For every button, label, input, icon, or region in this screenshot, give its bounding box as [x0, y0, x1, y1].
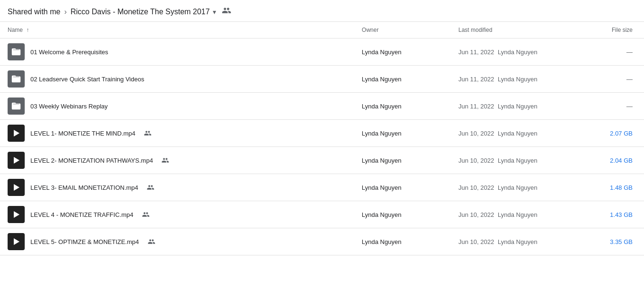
- modified-date-label: Jun 11, 2022: [458, 49, 494, 56]
- file-name-label: LEVEL 5- OPTIMZE & MONETIZE.mp4: [30, 238, 139, 245]
- table-row[interactable]: LEVEL 1- MONETIZE THE MIND.mp4 Lynda Ngu…: [0, 120, 644, 147]
- shared-icon: [142, 211, 150, 218]
- modified-by-label: Lynda Nguyen: [498, 184, 537, 191]
- modified-date-label: Jun 10, 2022: [458, 211, 494, 218]
- modified-date-label: Jun 10, 2022: [458, 184, 494, 191]
- file-name-label: LEVEL 2- MONETIZATION PATHWAYS.mp4: [30, 157, 153, 164]
- folder-icon: [8, 43, 25, 60]
- modified-by-label: Lynda Nguyen: [498, 49, 537, 56]
- svg-rect-2: [12, 104, 20, 108]
- file-size-cell: —: [579, 39, 644, 66]
- file-owner-cell: Lynda Nguyen: [354, 174, 451, 201]
- file-name-cell: 02 Leadserve Quick Start Training Videos: [0, 66, 354, 93]
- col-header-modified[interactable]: Last modified: [451, 22, 579, 39]
- table-row[interactable]: LEVEL 4 - MONETIZE TRAFFIC.mp4 Lynda Ngu…: [0, 201, 644, 228]
- file-size-cell: 2.07 GB: [579, 120, 644, 147]
- file-owner-cell: Lynda Nguyen: [354, 201, 451, 228]
- modified-by-label: Lynda Nguyen: [498, 211, 537, 218]
- folder-title-label: Ricco Davis - Monetize The System 2017: [71, 8, 210, 16]
- file-modified-cell: Jun 11, 2022 Lynda Nguyen: [451, 66, 579, 93]
- file-size-cell: —: [579, 93, 644, 120]
- file-name-cell: 01 Welcome & Prerequisites: [0, 39, 354, 66]
- col-header-size[interactable]: File size: [579, 22, 644, 39]
- file-name-cell: 03 Weekly Webinars Replay: [0, 93, 354, 120]
- file-name-cell: LEVEL 3- EMAIL MONETIZATION.mp4: [0, 174, 354, 201]
- table-row[interactable]: 03 Weekly Webinars Replay Lynda Nguyen J…: [0, 93, 644, 120]
- breadcrumb-shared-with-me[interactable]: Shared with me: [8, 8, 60, 16]
- file-owner-cell: Lynda Nguyen: [354, 228, 451, 255]
- file-size-cell: 1.43 GB: [579, 201, 644, 228]
- modified-by-label: Lynda Nguyen: [498, 130, 537, 137]
- file-owner-cell: Lynda Nguyen: [354, 39, 451, 66]
- file-name-cell: LEVEL 4 - MONETIZE TRAFFIC.mp4: [0, 201, 354, 228]
- table-row[interactable]: LEVEL 3- EMAIL MONETIZATION.mp4 Lynda Ng…: [0, 174, 644, 201]
- file-name-cell: LEVEL 2- MONETIZATION PATHWAYS.mp4: [0, 147, 354, 174]
- modified-date-label: Jun 10, 2022: [458, 157, 494, 164]
- modified-by-label: Lynda Nguyen: [498, 76, 537, 83]
- breadcrumb-header: Shared with me › Ricco Davis - Monetize …: [0, 0, 644, 22]
- file-name-label: LEVEL 3- EMAIL MONETIZATION.mp4: [30, 184, 138, 191]
- table-row[interactable]: 01 Welcome & Prerequisites Lynda Nguyen …: [0, 39, 644, 66]
- modified-date-label: Jun 11, 2022: [458, 76, 494, 83]
- modified-by-label: Lynda Nguyen: [498, 157, 537, 164]
- folder-icon: [8, 70, 25, 88]
- file-modified-cell: Jun 10, 2022 Lynda Nguyen: [451, 174, 579, 201]
- shared-icon: [148, 238, 155, 245]
- modified-date-label: Jun 10, 2022: [458, 130, 494, 137]
- video-icon: [8, 206, 25, 223]
- dropdown-arrow-icon: ▾: [213, 8, 216, 16]
- shared-icon: [161, 156, 169, 164]
- video-icon: [8, 125, 25, 142]
- file-owner-cell: Lynda Nguyen: [354, 120, 451, 147]
- file-owner-cell: Lynda Nguyen: [354, 147, 451, 174]
- folder-title-button[interactable]: Ricco Davis - Monetize The System 2017 ▾: [71, 8, 216, 16]
- svg-rect-0: [12, 50, 20, 54]
- shared-icon: [144, 129, 152, 137]
- table-header-row: Name ↑ Owner Last modified File size: [0, 22, 644, 39]
- table-row[interactable]: LEVEL 2- MONETIZATION PATHWAYS.mp4 Lynda…: [0, 147, 644, 174]
- file-owner-cell: Lynda Nguyen: [354, 66, 451, 93]
- table-row[interactable]: LEVEL 5- OPTIMZE & MONETIZE.mp4 Lynda Ng…: [0, 228, 644, 255]
- file-owner-cell: Lynda Nguyen: [354, 93, 451, 120]
- file-size-cell: 2.04 GB: [579, 147, 644, 174]
- file-name-label: 02 Leadserve Quick Start Training Videos: [30, 76, 144, 83]
- file-modified-cell: Jun 10, 2022 Lynda Nguyen: [451, 228, 579, 255]
- svg-rect-1: [12, 77, 20, 81]
- file-modified-cell: Jun 10, 2022 Lynda Nguyen: [451, 201, 579, 228]
- file-name-cell: LEVEL 1- MONETIZE THE MIND.mp4: [0, 120, 354, 147]
- modified-by-label: Lynda Nguyen: [498, 238, 537, 245]
- col-header-owner[interactable]: Owner: [354, 22, 451, 39]
- modified-date-label: Jun 10, 2022: [458, 238, 494, 245]
- file-name-cell: LEVEL 5- OPTIMZE & MONETIZE.mp4: [0, 228, 354, 255]
- col-header-name[interactable]: Name ↑: [0, 22, 354, 39]
- file-size-cell: 1.48 GB: [579, 174, 644, 201]
- folder-icon: [8, 98, 25, 115]
- modified-date-label: Jun 11, 2022: [458, 103, 494, 110]
- video-icon: [8, 179, 25, 196]
- file-modified-cell: Jun 11, 2022 Lynda Nguyen: [451, 93, 579, 120]
- sort-icon: ↑: [26, 27, 29, 33]
- file-name-label: 01 Welcome & Prerequisites: [30, 49, 108, 56]
- table-row[interactable]: 02 Leadserve Quick Start Training Videos…: [0, 66, 644, 93]
- breadcrumb-chevron: ›: [64, 8, 66, 16]
- file-name-label: LEVEL 1- MONETIZE THE MIND.mp4: [30, 130, 135, 137]
- file-size-cell: 3.35 GB: [579, 228, 644, 255]
- file-size-cell: —: [579, 66, 644, 93]
- people-icon[interactable]: [222, 6, 231, 18]
- file-modified-cell: Jun 11, 2022 Lynda Nguyen: [451, 39, 579, 66]
- file-name-label: 03 Weekly Webinars Replay: [30, 103, 108, 110]
- file-modified-cell: Jun 10, 2022 Lynda Nguyen: [451, 147, 579, 174]
- file-modified-cell: Jun 10, 2022 Lynda Nguyen: [451, 120, 579, 147]
- shared-icon: [147, 184, 154, 191]
- video-icon: [8, 152, 25, 169]
- modified-by-label: Lynda Nguyen: [498, 103, 537, 110]
- file-table: Name ↑ Owner Last modified File size 01 …: [0, 22, 644, 255]
- video-icon: [8, 233, 25, 250]
- file-name-label: LEVEL 4 - MONETIZE TRAFFIC.mp4: [30, 211, 133, 218]
